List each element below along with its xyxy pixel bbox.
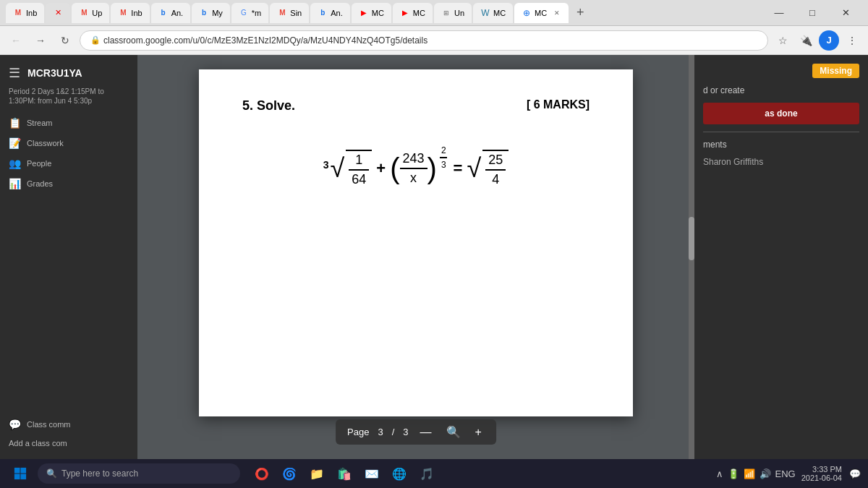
back-button[interactable]: ← [6,30,26,51]
address-input[interactable]: 🔒 classroom.google.com/u/0/c/MzE3MzE1NzI… [80,30,768,51]
missing-badge[interactable]: Missing [812,64,859,78]
plus-sign: + [376,159,386,178]
un-icon: ⊞ [441,8,451,18]
start-button[interactable] [6,462,35,485]
address-text: classroom.google.com/u/0/c/MzE3MzE1NzI2M… [103,35,427,46]
tab-label-6: *m [252,9,261,17]
bookmark-star-button[interactable]: ☆ [773,30,793,51]
clock-area[interactable]: 3:33 PM 2021-06-04 [801,465,842,482]
taskbar-store[interactable]: 🛍️ [331,462,357,485]
forward-button[interactable]: → [30,30,51,51]
equals-sign: = [454,159,463,178]
people-icon: 👥 [9,158,21,169]
notification-button[interactable]: 💬 [848,466,862,481]
tab-bookmarks-1[interactable]: b An. [151,3,191,23]
taskbar-cortana[interactable]: ⭕ [249,462,275,485]
new-tab-button[interactable]: + [570,3,590,23]
tab-inbox-1[interactable]: M Inb [6,3,44,23]
tab-close-btn[interactable]: ✕ [553,9,561,17]
svg-rect-1 [20,468,26,474]
tab-gmail-sin[interactable]: M Sin [270,3,309,23]
taskbar-edge[interactable]: 🌀 [276,462,302,485]
taskbar-music[interactable]: 🎵 [414,462,440,485]
sharon-text: Sharon Griffiths [703,157,859,167]
fraction-25/4: 25 4 [485,153,506,187]
paren-group: ( 243 x ) [390,151,437,186]
network-wifi-icon[interactable]: 📶 [744,468,755,479]
tab-up[interactable]: M Up [72,3,109,23]
sidebar-item-class-comm[interactable]: 💬 Class comm [0,414,137,435]
profile-button[interactable]: J [819,30,839,51]
tab-label-11: Un [454,9,464,17]
tab-label-1: Inb [26,9,37,17]
windows-logo [14,467,27,480]
tab-bookmarks-2[interactable]: b My [192,3,230,23]
zoom-in-button[interactable]: + [472,424,485,440]
refresh-button[interactable]: ↻ [55,30,75,51]
lang-label: ENG [775,468,796,479]
address-bar: ← → ↻ 🔒 classroom.google.com/u/0/c/MzE3M… [0,26,868,55]
network-icon[interactable]: ∧ [716,468,723,479]
tab-active[interactable]: ⊕ MC ✕ [514,3,569,23]
tab-inbox-2[interactable]: M Inb [111,3,149,23]
frac-exponent: 2 3 [438,145,449,170]
marks-label: [ 6 MARKS] [527,98,590,111]
pdf-scrollbar-thumb[interactable] [689,217,694,260]
hamburger-menu[interactable]: ☰ [9,65,20,81]
menu-button[interactable]: ⋮ [842,30,862,51]
gmail-icon-4: M [277,8,287,18]
frac-line-3 [485,169,506,171]
google-icon: G [239,8,249,18]
sidebar-item-add-comm[interactable]: Add a class com [0,435,137,452]
address-actions: ☆ 🔌 J ⋮ [773,30,862,51]
maximize-button[interactable]: □ [796,0,829,26]
frac-num-1: 1 [352,153,365,168]
tab-un[interactable]: ⊞ Un [434,3,472,23]
tab-label-10: MC [413,9,425,17]
gmail-icon-3: M [118,8,128,18]
search-in-pdf-button[interactable]: 🔍 [443,424,464,440]
tab-bar: M Inb ✕ M Up M Inb b An. b My G *m M Sin [0,0,868,26]
lock-icon: 🔒 [90,35,101,45]
exponent-2/3: 2 3 [438,145,449,170]
close-tab-icon: ✕ [53,8,63,18]
sidebar-label-grades: Grades [27,179,53,188]
tab-youtube-2[interactable]: ▶ MC [393,3,433,23]
right-radical: √ 25 4 [467,150,509,187]
youtube-icon-2: ▶ [400,8,410,18]
volume-icon[interactable]: 🔊 [760,468,771,479]
taskbar-search-icon: 🔍 [46,468,57,479]
mark-done-button[interactable]: as done [703,103,859,124]
taskbar-search-box[interactable]: 🔍 Type here to search [38,463,240,484]
frac-den-x: x [407,171,420,186]
tab-close[interactable]: ✕ [46,3,70,23]
frac-den-4: 4 [489,172,502,187]
close-button[interactable]: ✕ [829,0,862,26]
zoom-out-button[interactable]: — [417,424,435,440]
battery-icon[interactable]: 🔋 [728,468,739,479]
tab-label-7: Sin [290,9,302,17]
taskbar-chrome[interactable]: 🌐 [386,462,412,485]
tab-wp[interactable]: W MC [473,3,513,23]
frac-num-243: 243 [400,151,427,166]
frac-line-2 [400,168,427,169]
tab-label-4: An. [171,9,184,17]
bookmark-icon-1: b [158,8,169,18]
taskbar-mail[interactable]: ✉️ [359,462,385,485]
taskbar-explorer[interactable]: 📁 [304,462,330,485]
sidebar-item-people[interactable]: 👥 People [0,153,137,174]
system-icons: ∧ 🔋 📶 🔊 ENG [716,468,796,479]
tab-label-8: An. [331,9,343,17]
minimize-button[interactable]: — [762,0,796,26]
sidebar-item-classwork[interactable]: 📝 Classwork [0,133,137,153]
extension-button[interactable]: 🔌 [796,30,816,51]
radical-index-3: 3 [323,159,329,171]
tab-google[interactable]: G *m [231,3,268,23]
tab-blue-an[interactable]: b An. [310,3,350,23]
ments-text: ments [703,140,859,150]
pdf-scrollbar[interactable] [689,55,694,459]
tab-youtube-1[interactable]: ▶ MC [352,3,391,23]
sidebar-item-stream[interactable]: 📋 Stream [0,113,137,133]
sidebar-item-grades[interactable]: 📊 Grades [0,174,137,194]
classwork-icon: 📝 [9,137,21,149]
